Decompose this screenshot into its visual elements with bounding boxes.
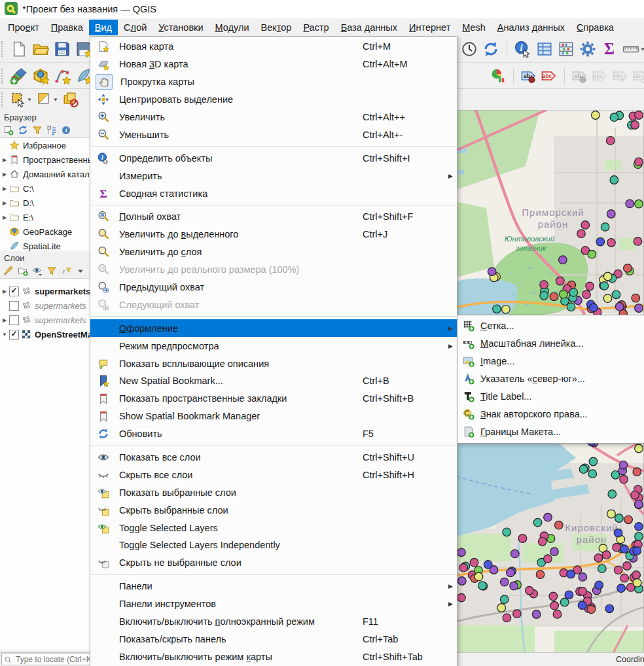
dropdown-caret-icon[interactable]: ▼ [27, 97, 32, 103]
view-menu-item-31[interactable]: Toggle Selected Layers Independently [90, 536, 457, 554]
view-menu-item-29[interactable]: Скрыть выбранные слои [90, 501, 457, 519]
layer-visibility-checkbox[interactable]: ✓ [9, 287, 19, 296]
new-project-button[interactable] [10, 41, 27, 58]
view-menu-item-38[interactable]: Включить/выключить режим картыCtrl+Shift… [90, 648, 457, 665]
browser-item-spatialite[interactable]: SpatiaLite [0, 239, 90, 253]
browser-item-geopackage[interactable]: GeoPackage [0, 224, 90, 239]
layer-visibility-checkbox[interactable] [9, 315, 19, 325]
view-menu-item-8[interactable]: Измерить▶ [90, 167, 457, 184]
view-menu-item-36[interactable]: Включить/выключить полноэкранный режимF1… [90, 613, 457, 631]
layer-visibility-button[interactable] [32, 266, 43, 276]
expand-arrow-icon[interactable]: ▶ [0, 171, 9, 177]
view-menu-item-11[interactable]: Полный охватCtrl+Shift+F [90, 208, 457, 226]
temporal-clock-button[interactable] [461, 41, 478, 58]
view-menu-item-5[interactable]: УменьшитьCtrl+Alt+- [90, 126, 457, 143]
view-menu-item-30[interactable]: Toggle Selected Layers [90, 519, 457, 536]
add-source-button[interactable] [3, 125, 14, 135]
view-menu-item-28[interactable]: Показать выбранные слои [90, 483, 457, 501]
browser-item-избранное[interactable]: Избранное [0, 138, 90, 152]
view-menu-item-32[interactable]: Скрыть не выбранные слои [90, 554, 457, 572]
measure-tool-button[interactable]: ▼ [622, 41, 644, 58]
decorations-item-2[interactable]: Image... [457, 352, 644, 370]
identify-tool-button[interactable]: i [514, 41, 531, 58]
menubar-item-проект[interactable]: Проект [2, 20, 45, 35]
view-menu-item-27[interactable]: Скрыть все слоиCtrl+Shift+H [90, 466, 457, 483]
expand-arrow-icon[interactable]: ▶ [0, 200, 9, 206]
view-menu-item-22[interactable]: Показать пространственные закладкиCtrl+S… [90, 390, 457, 408]
add-group-button[interactable] [18, 266, 28, 276]
view-menu-item-0[interactable]: Новая картаCtrl+M [90, 38, 457, 56]
expand-arrow-icon[interactable]: ▶ [0, 215, 9, 220]
decorations-item-3[interactable]: Указатель «север-юг»... [457, 370, 644, 387]
layer-row-1[interactable]: supermarkets [0, 298, 90, 313]
menubar-item-растр[interactable]: Растр [297, 20, 334, 35]
menubar-item-база-данных[interactable]: База данных [335, 20, 403, 35]
menubar-item-анализ-данных[interactable]: Анализ данных [492, 20, 571, 35]
layer-row-0[interactable]: ▶✓supermarkets [0, 284, 90, 298]
label-pin-button[interactable]: ab [521, 68, 537, 84]
statistics-button[interactable] [558, 41, 575, 58]
view-menu-item-2[interactable]: Прокрутка карты [90, 73, 457, 91]
deselect-button[interactable]: ▼ [37, 92, 58, 107]
view-menu-item-20[interactable]: Показать всплывающие описания [90, 355, 457, 372]
open-project-button[interactable] [32, 41, 49, 58]
collapse-all-button[interactable] [46, 125, 57, 135]
processing-gear-button[interactable] [579, 41, 596, 58]
view-menu-item-7[interactable]: iОпределить объектыCtrl+Shift+I [90, 149, 457, 167]
view-menu-item-35[interactable]: Панели инструментов▶ [90, 595, 457, 613]
view-menu-item-13[interactable]: Увеличить до слоя [90, 243, 457, 261]
layer-row-3[interactable]: ▼✓OpenStreetMap [0, 327, 90, 342]
attribute-table-button[interactable] [536, 41, 553, 58]
toolbar-grip[interactable] [1, 68, 6, 84]
menubar-item-интернет[interactable]: Интернет [403, 20, 456, 35]
menubar-item-вектор[interactable]: Вектор [255, 20, 298, 35]
map-refresh-button[interactable] [482, 41, 499, 58]
decorations-item-5[interactable]: Знак авторского права... [457, 405, 644, 423]
view-menu-item-21[interactable]: New Spatial Bookmark...Ctrl+B [90, 372, 457, 390]
view-menu-item-19[interactable]: Режим предпросмотра▶ [90, 337, 457, 355]
save-project-button[interactable] [54, 41, 71, 58]
browser-item-пространственные-закладки[interactable]: ▶Пространственные закладки [0, 152, 90, 167]
menubar-item-правка[interactable]: Правка [45, 20, 89, 35]
view-menu-item-4[interactable]: УвеличитьCtrl+Alt++ [90, 109, 457, 126]
browser-item-d-[interactable]: ▶D:\ [0, 196, 90, 210]
style-manager-button[interactable] [3, 266, 14, 276]
datasource-layers-button[interactable] [10, 67, 27, 84]
dropdown-caret-icon[interactable]: ▼ [640, 46, 644, 52]
browser-item-e-[interactable]: ▶E:\ [0, 210, 90, 224]
dropdown-caret-icon[interactable]: ▼ [53, 97, 58, 103]
view-menu-item-15[interactable]: Предыдущий охват [90, 279, 457, 296]
browser-item-домашний-каталог[interactable]: ▶Домашний каталог [0, 167, 90, 181]
decorations-item-1[interactable]: Масштабная линейка... [457, 334, 644, 352]
legend-filter-button[interactable] [46, 266, 57, 276]
expand-arrow-icon[interactable]: ▶ [0, 317, 9, 323]
view-menu-item-23[interactable]: Show Spatial Bookmark Manager [90, 408, 457, 425]
sum-tool-button[interactable]: Σ [601, 41, 618, 58]
expression-filter-button[interactable]: ε [61, 266, 71, 276]
view-menu-item-9[interactable]: ΣСводная статистика [90, 184, 457, 202]
diagram-tool-button[interactable] [490, 68, 506, 84]
browser-item-c-[interactable]: ▶C:\ [0, 181, 90, 196]
select-overlap-button[interactable] [63, 92, 79, 107]
layer-visibility-checkbox[interactable]: ✓ [9, 330, 19, 340]
decorations-item-4[interactable]: Title Label... [457, 387, 644, 405]
decorations-item-0[interactable]: Сетка... [457, 317, 644, 334]
browser-props-button[interactable]: i [61, 125, 71, 135]
new-geopackage-button[interactable] [32, 67, 49, 84]
expand-arrow-icon[interactable]: ▼ [0, 332, 9, 338]
toolbar-grip[interactable] [1, 92, 6, 107]
view-menu-item-26[interactable]: Показать все слоиCtrl+Shift+U [90, 449, 457, 466]
caret-small-button[interactable] [75, 266, 86, 276]
layer-row-2[interactable]: ▶supermarkets [0, 313, 90, 327]
layer-visibility-checkbox[interactable] [9, 301, 19, 311]
menubar-item-mesh[interactable]: Mesh [456, 20, 491, 35]
view-menu-item-3[interactable]: Центрировать выделение [90, 91, 457, 109]
view-menu-item-24[interactable]: ОбновитьF5 [90, 425, 457, 443]
new-shapefile-button[interactable] [54, 67, 71, 84]
menubar-item-установки[interactable]: Установки [152, 20, 209, 35]
menubar-item-модули[interactable]: Модули [209, 20, 255, 35]
label-abc-button[interactable]: abc [541, 68, 557, 84]
expand-arrow-icon[interactable]: ▶ [0, 157, 9, 163]
view-menu-item-37[interactable]: Показать/скрыть панельCtrl+Tab [90, 631, 457, 648]
browser-filter-button[interactable] [32, 125, 43, 135]
